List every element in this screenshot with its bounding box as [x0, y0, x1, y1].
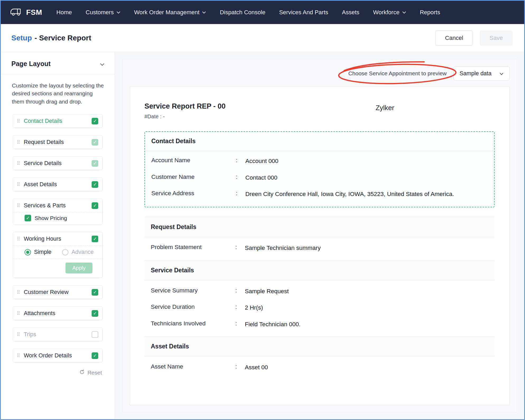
- field-colon: :: [235, 244, 245, 251]
- checkbox-work-order-details[interactable]: ✓: [92, 352, 98, 359]
- drag-handle-icon[interactable]: ⠿: [17, 203, 20, 208]
- layout-description: Customize the layout by selecting the de…: [1, 74, 115, 107]
- checkbox-working-hours[interactable]: ✓: [92, 236, 98, 242]
- checkbox-show-pricing[interactable]: ✓: [25, 215, 31, 221]
- chevron-down-icon: [202, 11, 206, 14]
- header-actions: Cancel Save: [435, 31, 513, 45]
- nav-customers[interactable]: Customers: [79, 1, 127, 24]
- nav-label: Dispatch Console: [220, 9, 265, 16]
- page-header: Setup - Service Report Cancel Save: [1, 24, 524, 52]
- checkbox-request-details[interactable]: ✓: [92, 139, 98, 146]
- radio-simple-label: Simple: [34, 249, 51, 255]
- field-row-asset-name: Asset Name : Asset 00: [151, 359, 488, 376]
- layout-section-asset-details[interactable]: ⠿ Asset Details ✓: [13, 178, 103, 191]
- section-label: Service Details: [24, 160, 88, 167]
- cancel-button[interactable]: Cancel: [435, 31, 473, 45]
- app-logo[interactable]: FSM: [10, 8, 42, 17]
- field-label: Service Address: [151, 190, 236, 197]
- layout-section-working-hours[interactable]: ⠿ Working Hours ✓ Simple Advance: [13, 232, 103, 278]
- section-label: Asset Details: [24, 181, 88, 188]
- nav-label: Services And Parts: [279, 9, 328, 16]
- layout-section-request-details[interactable]: ⠿ Request Details ✓: [13, 135, 103, 149]
- checkbox-attachments[interactable]: ✓: [92, 310, 98, 317]
- drag-handle-icon[interactable]: ⠿: [17, 332, 20, 337]
- checkbox-trips[interactable]: [92, 331, 98, 338]
- sample-data-dropdown[interactable]: Sample data: [453, 66, 510, 81]
- layout-section-attachments[interactable]: ⠿ Attachments ✓: [13, 306, 103, 320]
- drag-handle-icon[interactable]: ⠿: [17, 236, 20, 241]
- drag-handle-icon[interactable]: ⠿: [17, 290, 20, 295]
- field-row-service-address: Service Address : Dreen City Conference …: [151, 186, 488, 203]
- chevron-down-icon[interactable]: [100, 60, 105, 68]
- field-value: Contact 000: [245, 174, 488, 182]
- field-row-problem-statement: Problem Statement : Sample Technician su…: [151, 240, 488, 256]
- field-colon: :: [235, 320, 245, 327]
- top-navigation: FSM Home Customers Work Order Management…: [1, 1, 524, 24]
- check-icon: ✓: [93, 182, 97, 187]
- drag-handle-icon[interactable]: ⠿: [17, 182, 20, 187]
- report-section-request-details[interactable]: Request Details Problem Statement : Samp…: [144, 217, 495, 260]
- nav-dispatch-console[interactable]: Dispatch Console: [213, 1, 272, 24]
- checkbox-customer-review[interactable]: ✓: [92, 289, 98, 296]
- section-label: Work Order Details: [24, 352, 88, 359]
- field-label: Customer Name: [151, 174, 236, 180]
- report-section-service-details[interactable]: Service Details Service Summary : Sample…: [144, 260, 495, 337]
- checkbox-service-details[interactable]: ✓: [92, 160, 98, 167]
- drag-handle-icon[interactable]: ⠿: [17, 140, 20, 145]
- save-button[interactable]: Save: [480, 31, 513, 45]
- nav-home[interactable]: Home: [50, 1, 79, 24]
- nav-services-and-parts[interactable]: Services And Parts: [272, 1, 335, 24]
- nav-reports[interactable]: Reports: [413, 1, 447, 24]
- field-label: Service Summary: [151, 287, 235, 294]
- report-section-asset-details[interactable]: Asset Details Asset Name : Asset 00: [144, 336, 495, 380]
- radio-simple[interactable]: Simple: [25, 249, 51, 255]
- checkbox-contact-details[interactable]: ✓: [92, 118, 98, 124]
- fsm-truck-icon: [10, 8, 22, 17]
- layout-section-services-parts[interactable]: ⠿ Services & Parts ✓ ✓ Show Pricing: [13, 199, 103, 225]
- nav-assets[interactable]: Assets: [335, 1, 366, 24]
- drag-handle-icon[interactable]: ⠿: [17, 353, 20, 358]
- checkbox-asset-details[interactable]: ✓: [92, 181, 98, 188]
- report-header: Service Report REP - 00 #Date : - Zylker: [144, 102, 495, 120]
- nav-work-order-management[interactable]: Work Order Management: [127, 1, 213, 24]
- drag-handle-icon[interactable]: ⠿: [17, 161, 20, 166]
- nav-workforce[interactable]: Workforce: [366, 1, 413, 24]
- nav-menu: Home Customers Work Order Management Dis…: [50, 1, 447, 24]
- field-label: Account Name: [151, 157, 236, 164]
- section-title: Contact Details: [145, 132, 494, 151]
- layout-section-contact-details[interactable]: ⠿ Contact Details ✓: [13, 114, 103, 128]
- layout-section-trips[interactable]: ⠿ Trips: [13, 328, 103, 341]
- field-colon: :: [236, 157, 245, 164]
- nav-label: Reports: [420, 9, 440, 16]
- nav-label: Workforce: [373, 9, 400, 16]
- section-title: Service Details: [144, 260, 495, 281]
- field-value: Asset 00: [245, 363, 488, 372]
- check-icon: ✓: [93, 353, 97, 358]
- radio-advance[interactable]: Advance: [62, 249, 94, 255]
- radio-advance-label: Advance: [72, 249, 94, 255]
- field-row-service-summary: Service Summary : Sample Request: [151, 283, 488, 300]
- check-icon: ✓: [93, 118, 97, 124]
- drag-handle-icon[interactable]: ⠿: [17, 119, 20, 124]
- layout-section-customer-review[interactable]: ⠿ Customer Review ✓: [13, 285, 103, 299]
- choose-appointment-hint: Choose Service Appointment to preview: [346, 69, 449, 78]
- check-icon: ✓: [93, 161, 97, 166]
- report-section-contact-details[interactable]: Contact Details Account Name : Account 0…: [144, 131, 495, 207]
- layout-section-service-details[interactable]: ⠿ Service Details ✓: [13, 156, 103, 170]
- title-setup: Setup: [11, 34, 32, 42]
- nav-label: Home: [57, 9, 72, 16]
- show-pricing-option[interactable]: ✓ Show Pricing: [13, 212, 102, 224]
- reset-link[interactable]: Reset: [1, 362, 115, 381]
- check-icon: ✓: [93, 290, 97, 295]
- drag-handle-icon[interactable]: ⠿: [17, 311, 20, 316]
- page-layout-header[interactable]: Page Layout: [1, 52, 115, 74]
- show-pricing-label: Show Pricing: [35, 215, 98, 221]
- apply-button[interactable]: Apply: [65, 263, 92, 273]
- nav-label: Work Order Management: [134, 9, 200, 16]
- field-label: Problem Statement: [151, 244, 235, 251]
- layout-section-work-order-details[interactable]: ⠿ Work Order Details ✓: [13, 349, 103, 362]
- checkbox-services-parts[interactable]: ✓: [92, 202, 98, 209]
- section-label: Attachments: [24, 310, 88, 317]
- preview-area: Choose Service Appointment to preview Sa…: [115, 52, 524, 419]
- report-title: Service Report REP - 00: [144, 102, 376, 110]
